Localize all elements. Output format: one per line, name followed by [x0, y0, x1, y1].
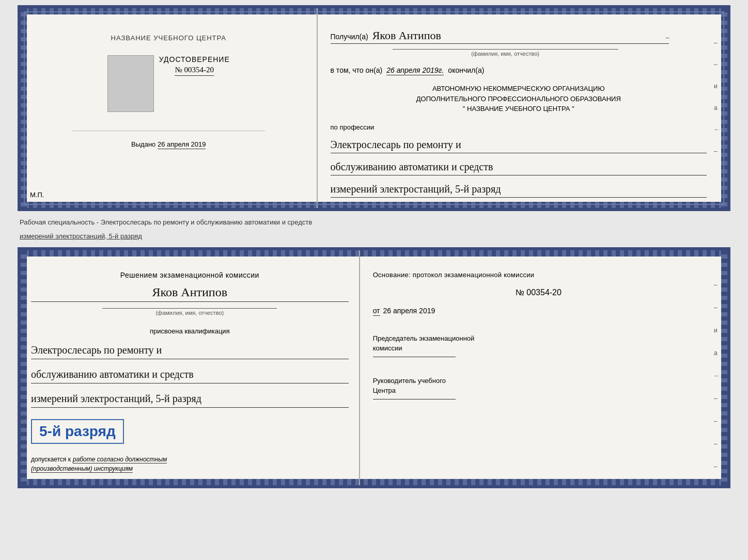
qual-line1: Электрослесарь по ремонту и	[31, 341, 349, 359]
director-block: Руководитель учебного Центра	[373, 376, 704, 403]
document-container: НАЗВАНИЕ УЧЕБНОГО ЦЕНТРА УДОСТОВЕРЕНИЕ №…	[18, 5, 730, 488]
qualification-label: присвоена квалификация	[31, 327, 349, 335]
udost-title: УДОСТОВЕРЕНИЕ	[159, 55, 230, 63]
допускается-label: допускается к	[31, 456, 71, 463]
grade-wrapper: 5-й разряд	[31, 419, 349, 444]
director-title: Руководитель учебного	[373, 376, 704, 386]
org-line2: ДОПОЛНИТЕЛЬНОГО ПРОФЕССИОНАЛЬНОГО ОБРАЗО…	[331, 94, 707, 104]
right-margin-labels-bottom: – – и а ← – – – –	[714, 281, 720, 470]
fact-date: 26 апреля 2019г.	[386, 66, 444, 75]
cert-top-left: НАЗВАНИЕ УЧЕБНОГО ЦЕНТРА УДОСТОВЕРЕНИЕ №…	[21, 8, 318, 208]
profession-line3: измерений электростанций, 5-й разряд	[331, 181, 707, 198]
qual-line3: измерений электростанций, 5-й разряд	[31, 390, 349, 408]
received-line: Получил(а) Яков Антипов –	[331, 29, 669, 44]
profession-line1: Электрослесарь по ремонту и	[331, 136, 707, 153]
cert-bottom-right: Основание: протокол экзаменационной коми…	[360, 250, 727, 485]
допускается-block: допускается к работе согласно должностны…	[31, 454, 349, 473]
cert-top-right: Получил(а) Яков Антипов – (фамилия, имя,…	[318, 8, 727, 208]
photo-placeholder	[107, 55, 154, 112]
udost-number: № 00354-20	[175, 66, 214, 76]
director-signature	[373, 399, 456, 399]
protocol-number: № 00354-20	[373, 288, 704, 297]
osnov-label: Основание: протокол экзаменационной коми…	[373, 271, 704, 279]
school-name-label: НАЗВАНИЕ УЧЕБНОГО ЦЕНТРА	[111, 34, 226, 42]
bottom-name: Яков Антипов	[152, 285, 227, 299]
org-block: АВТОНОМНУЮ НЕКОММЕРЧЕСКУЮ ОРГАНИЗАЦИЮ ДО…	[331, 84, 707, 114]
protocol-date-line: от 26 апреля 2019	[373, 307, 704, 316]
border-bottom-right	[721, 250, 727, 485]
border-right	[721, 8, 727, 208]
fact-line-wrapper: в том, что он(а) 26 апреля 2019г. окончи…	[331, 66, 707, 75]
middle-text-1: Рабочая специальность - Электрослесарь п…	[18, 215, 730, 229]
issued-line: Выдано 26 апреля 2019	[131, 140, 206, 149]
right-margin-labels: – – и а ← –	[714, 39, 720, 155]
profession-line2: обслуживанию автоматики и средств	[331, 158, 707, 175]
mp-label: М.П.	[30, 191, 44, 199]
received-prefix: Получил(а)	[331, 33, 368, 41]
from-date: 26 апреля 2019	[383, 307, 435, 315]
fact-suffix: окончил(а)	[448, 66, 484, 74]
director-title2: Центра	[373, 386, 704, 396]
chairman-signature	[373, 357, 456, 357]
chairman-block: Председатель экзаменационной комиссии	[373, 333, 704, 360]
org-line1: АВТОНОМНУЮ НЕКОММЕРЧЕСКУЮ ОРГАНИЗАЦИЮ	[331, 84, 707, 94]
from-label: от	[373, 307, 380, 316]
name-wrapper: Яков Антипов	[31, 285, 349, 302]
udost-block: УДОСТОВЕРЕНИЕ № 00354-20	[159, 55, 230, 76]
dash1: –	[666, 33, 669, 41]
profession-label: по профессии	[331, 123, 707, 131]
chairman-title: Председатель экзаменационной	[373, 333, 704, 344]
middle-text-block: Рабочая специальность - Электрослесарь п…	[18, 215, 730, 243]
chairman-title2: комиссии	[373, 343, 704, 354]
commission-title: Решением экзаменационной комиссии	[31, 271, 349, 279]
certificate-top: НАЗВАНИЕ УЧЕБНОГО ЦЕНТРА УДОСТОВЕРЕНИЕ №…	[18, 5, 730, 211]
received-name: Яков Антипов	[372, 29, 441, 42]
org-line3: " НАЗВАНИЕ УЧЕБНОГО ЦЕНТРА "	[331, 104, 707, 114]
допускается-italic2: (производственным) инструкциям	[31, 465, 133, 473]
issued-label: Выдано	[131, 140, 155, 148]
cert-bottom-left: Решением экзаменационной комиссии Яков А…	[21, 250, 360, 485]
fio-label-bottom: (фамилия, имя, отчество)	[102, 308, 277, 316]
grade-badge: 5-й разряд	[31, 419, 124, 444]
допускается-italic: работе согласно должностным	[73, 456, 167, 463]
certificate-bottom: Решением экзаменационной комиссии Яков А…	[18, 247, 730, 488]
middle-text-2: измерений электростанций, 5-й разряд	[18, 229, 730, 243]
issued-date: 26 апреля 2019	[158, 140, 206, 149]
fact-prefix: в том, что он(а)	[331, 66, 383, 74]
fio-label-top: (фамилия, имя, отчество)	[393, 49, 618, 57]
qual-line2: обслуживанию автоматики и средств	[31, 365, 349, 383]
